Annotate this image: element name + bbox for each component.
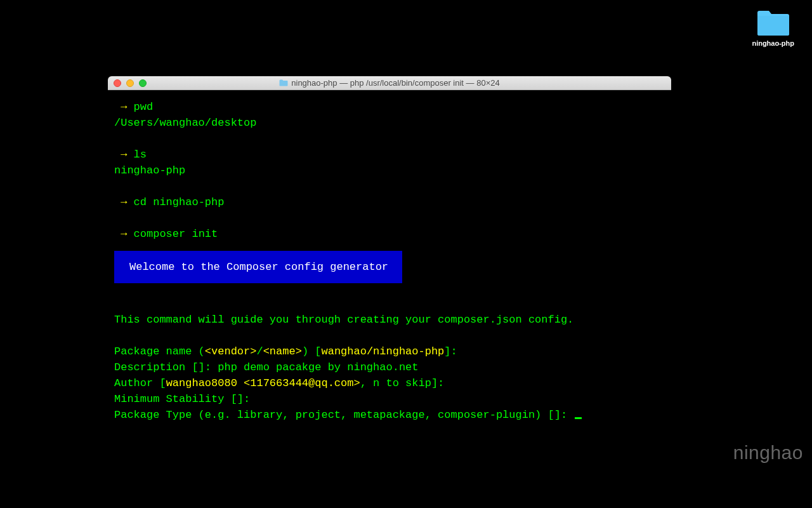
terminal-body[interactable]: → pwd /Users/wanghao/desktop → ls ningha…	[108, 90, 671, 458]
desc-line: Description []: php demo pacakge by ning…	[114, 359, 665, 375]
window-title: ninghao-php — php /usr/local/bin/compose…	[108, 78, 671, 88]
composer-banner: Welcome to the Composer config generator	[114, 251, 402, 283]
cmd-pwd: pwd	[134, 101, 154, 113]
terminal-window: ninghao-php — php /usr/local/bin/compose…	[108, 76, 671, 458]
pkg-name-line: Package name (<vendor>/<name>) [wanghao/…	[114, 344, 665, 359]
title-folder-icon	[279, 79, 288, 86]
cmd-cd: cd ninghao-php	[134, 196, 225, 208]
author-line: Author [wanghao8080 <117663444@qq.com>, …	[114, 375, 665, 391]
cmd-composer: composer init	[134, 228, 218, 240]
guide-text: This command will guide you through crea…	[114, 314, 573, 326]
prompt-arrow: →	[121, 149, 133, 161]
prompt-arrow: →	[121, 196, 133, 208]
pkgtype-line: Package Type (e.g. library, project, met…	[114, 407, 665, 423]
out-pwd: /Users/wanghao/desktop	[114, 117, 256, 129]
desktop-folder[interactable]: ninghao-php	[752, 9, 794, 47]
prompt-arrow: →	[121, 101, 133, 113]
cmd-ls: ls	[134, 149, 147, 161]
out-ls: ninghao-php	[114, 164, 185, 177]
minstab-line: Minimum Stability []:	[114, 391, 665, 407]
folder-icon	[756, 9, 790, 37]
watermark: ninghao	[733, 442, 803, 464]
title-bar[interactable]: ninghao-php — php /usr/local/bin/compose…	[108, 76, 671, 90]
prompt-arrow: →	[121, 228, 133, 240]
cursor	[575, 417, 582, 419]
folder-label: ninghao-php	[752, 39, 794, 47]
